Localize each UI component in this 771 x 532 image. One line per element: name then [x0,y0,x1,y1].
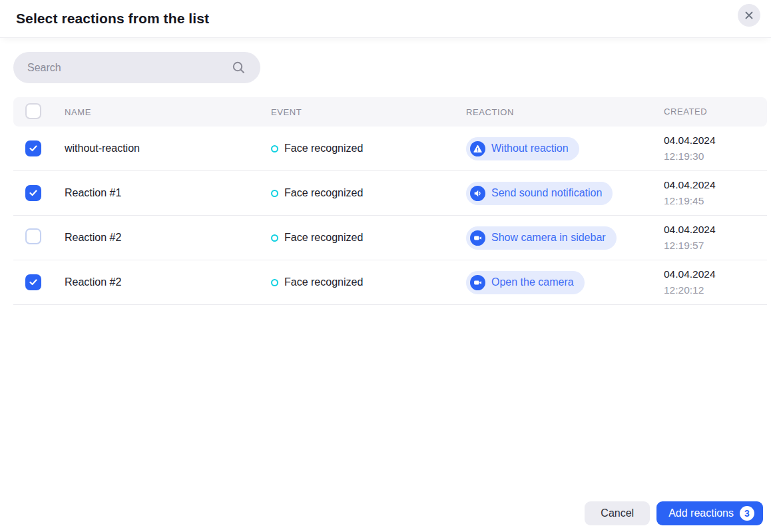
event-label: Face recognized [284,142,363,154]
event-label: Face recognized [284,187,363,199]
table-row: Reaction #1 Face recognized Send sound n… [13,171,767,216]
close-button[interactable] [738,4,760,27]
table-row: Reaction #2 Face recognized Open the cam… [13,260,767,305]
reaction-name: without-reaction [52,142,258,154]
created-date: 04.04.2024 [664,133,767,148]
search-bar [13,52,260,83]
select-all-checkbox[interactable] [25,103,41,119]
event-ring-icon [271,145,278,152]
cancel-button[interactable]: Cancel [585,501,650,525]
created-date: 04.04.2024 [664,266,767,282]
event-label: Face recognized [284,276,363,288]
table-row: without-reaction Face recognized Without… [13,127,767,171]
row-checkbox[interactable] [25,228,41,244]
modal-header: Select reactions from the list [0,0,771,38]
column-header-name: NAME [52,107,258,117]
reaction-name: Reaction #2 [52,276,258,288]
column-header-event: EVENT [258,107,453,117]
reaction-pill[interactable]: Show camera in sidebar [466,226,617,250]
event-label: Face recognized [284,232,363,244]
created-time: 12:19:57 [664,238,767,254]
close-icon [744,11,754,20]
reaction-pill[interactable]: Send sound notification [466,182,613,205]
modal-title: Select reactions from the list [16,11,209,27]
event-ring-icon [271,190,278,197]
reaction-pill[interactable]: Without reaction [466,137,579,160]
table-row: Reaction #2 Face recognized Show camera … [13,216,767,260]
video-camera-icon [470,275,485,290]
video-camera-icon [470,230,485,246]
reaction-pill[interactable]: Open the camera [466,271,585,294]
created-date: 04.04.2024 [664,177,767,193]
reaction-name: Reaction #1 [52,187,258,199]
reaction-pill-label: Send sound notification [491,187,602,199]
created-date: 04.04.2024 [664,222,767,238]
row-checkbox[interactable] [25,274,41,290]
reaction-pill-label: Open the camera [491,276,574,288]
row-checkbox[interactable] [25,140,41,156]
column-header-created: CREATED [651,105,767,119]
warning-triangle-icon [470,141,485,156]
event-ring-icon [271,279,278,286]
row-checkbox[interactable] [25,185,41,201]
search-input[interactable] [13,52,260,83]
created-time: 12:19:45 [664,193,767,209]
selected-count-badge: 3 [740,506,754,521]
modal-footer: Cancel Add reactions 3 [585,501,763,525]
column-header-reaction: REACTION [453,107,651,117]
select-reactions-modal: Select reactions from the list NAME EVEN… [0,0,771,38]
created-time: 12:20:12 [664,282,767,298]
table-header-row: NAME EVENT REACTION CREATED [13,97,767,127]
reaction-pill-label: Show camera in sidebar [491,232,606,244]
reaction-name: Reaction #2 [52,232,258,244]
reactions-table: NAME EVENT REACTION CREATED without-reac… [13,97,767,305]
event-ring-icon [271,234,278,242]
add-reactions-button[interactable]: Add reactions 3 [656,501,763,525]
created-time: 12:19:30 [664,148,767,164]
add-reactions-label: Add reactions [668,507,734,519]
reaction-pill-label: Without reaction [491,142,569,154]
speaker-icon [470,186,485,201]
